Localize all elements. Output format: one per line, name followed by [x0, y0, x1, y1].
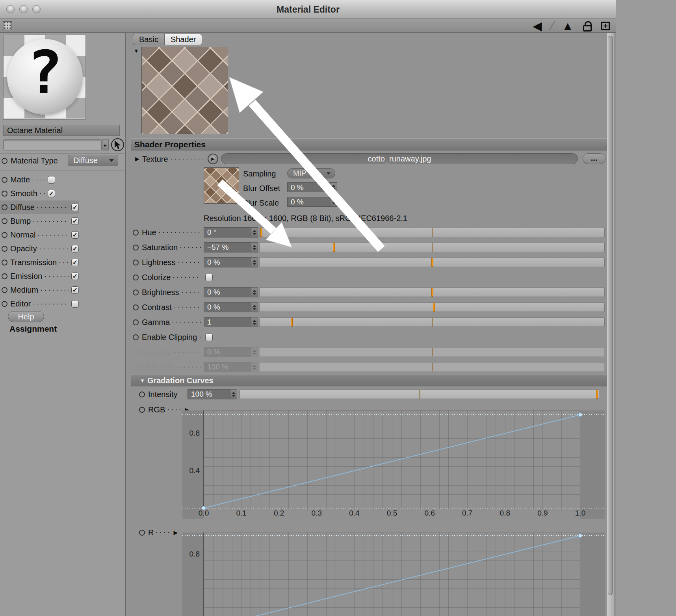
- param-radio[interactable]: [133, 260, 139, 265]
- channel-checkbox[interactable]: ✓: [71, 273, 79, 280]
- curve-point-end[interactable]: [579, 534, 582, 538]
- channel-checkbox[interactable]: ✓: [71, 204, 79, 211]
- channel-radio[interactable]: [2, 218, 7, 224]
- param-slider[interactable]: [259, 288, 605, 297]
- channel-checkbox[interactable]: ✓: [71, 259, 79, 266]
- channel-checkbox[interactable]: [48, 176, 55, 184]
- up-icon[interactable]: ▲: [562, 20, 574, 32]
- param-slider[interactable]: [259, 317, 605, 327]
- channel-checkbox[interactable]: [71, 300, 79, 308]
- channel-row[interactable]: Medium ✓: [0, 283, 79, 297]
- param-checkbox[interactable]: [205, 334, 213, 341]
- stepper[interactable]: [251, 258, 258, 267]
- param-checkbox[interactable]: [205, 274, 213, 281]
- channel-row[interactable]: Diffuse ✓: [0, 200, 79, 214]
- intensity-radio[interactable]: [139, 391, 145, 397]
- material-preview[interactable]: ?: [3, 35, 86, 120]
- channel-row[interactable]: Emission ✓: [0, 269, 79, 283]
- stepper[interactable]: [251, 288, 258, 297]
- channel-radio[interactable]: [2, 287, 7, 293]
- param-slider[interactable]: [259, 362, 605, 372]
- pick-material-button[interactable]: [111, 138, 124, 151]
- curve-point-end[interactable]: [579, 413, 582, 417]
- channel-checkbox[interactable]: ✓: [71, 217, 79, 225]
- blur-scale-field[interactable]: 0 %: [287, 197, 337, 207]
- param-radio[interactable]: [133, 304, 139, 310]
- channel-radio[interactable]: [2, 301, 7, 307]
- scrollbar-thumb[interactable]: [608, 36, 613, 595]
- param-value-field[interactable]: 0 %: [204, 347, 258, 357]
- texture-swatch-icon[interactable]: [3, 21, 12, 30]
- channel-radio[interactable]: [2, 204, 7, 210]
- name-expand-button[interactable]: ▸: [102, 139, 109, 150]
- channel-radio[interactable]: [2, 232, 7, 238]
- stepper[interactable]: [251, 228, 258, 237]
- stepper[interactable]: [251, 302, 258, 312]
- texture-thumbnail[interactable]: [204, 167, 239, 204]
- param-radio[interactable]: [133, 364, 139, 370]
- param-radio[interactable]: [133, 275, 139, 280]
- channel-row[interactable]: Normal ✓: [0, 228, 79, 242]
- param-radio[interactable]: [133, 289, 139, 295]
- channel-row[interactable]: Smooth ✓: [0, 187, 55, 200]
- param-radio[interactable]: [133, 230, 139, 236]
- texture-preview-large[interactable]: [141, 47, 228, 134]
- param-slider[interactable]: [259, 302, 605, 312]
- channel-radio[interactable]: [2, 260, 7, 265]
- tab-basic[interactable]: Basic: [133, 34, 164, 45]
- param-slider[interactable]: [259, 228, 605, 237]
- sampling-dropdown[interactable]: MIP: [287, 168, 335, 178]
- stepper[interactable]: [251, 317, 258, 327]
- stepper[interactable]: [330, 197, 337, 206]
- material-type-radio[interactable]: [2, 158, 7, 164]
- param-radio[interactable]: [133, 349, 139, 355]
- tab-shader[interactable]: Shader: [164, 34, 202, 45]
- channel-checkbox[interactable]: ✓: [71, 231, 79, 239]
- param-slider[interactable]: [259, 347, 605, 357]
- channel-row[interactable]: Opacity ✓: [0, 242, 79, 256]
- material-type-dropdown[interactable]: Diffuse: [68, 155, 118, 166]
- stepper[interactable]: [251, 347, 258, 357]
- channel-row[interactable]: Editor: [0, 297, 79, 311]
- param-radio[interactable]: [133, 319, 139, 325]
- channel-checkbox[interactable]: ✓: [71, 245, 79, 252]
- param-radio[interactable]: [133, 245, 139, 250]
- texture-link-button[interactable]: ▶: [208, 154, 218, 164]
- expand-icon[interactable]: ▶: [135, 156, 139, 162]
- channel-radio[interactable]: [2, 273, 7, 279]
- channel-checkbox[interactable]: ✓: [71, 286, 79, 294]
- expand-icon[interactable]: ▶: [173, 529, 178, 536]
- intensity-slider[interactable]: [240, 390, 599, 399]
- param-slider[interactable]: [259, 243, 605, 252]
- param-value-field[interactable]: 1: [204, 317, 258, 327]
- param-radio[interactable]: [133, 334, 139, 340]
- add-icon[interactable]: +: [601, 22, 610, 30]
- stepper[interactable]: [251, 243, 258, 252]
- param-value-field[interactable]: 100 %: [204, 362, 258, 372]
- param-value-field[interactable]: 0 %: [204, 302, 258, 312]
- channel-radio[interactable]: [2, 246, 7, 252]
- material-name-input[interactable]: [3, 139, 102, 150]
- r-radio[interactable]: [139, 530, 145, 536]
- texture-filename-field[interactable]: cotto_runaway.jpg: [221, 153, 578, 164]
- browse-button[interactable]: ...: [583, 153, 605, 164]
- help-button[interactable]: Help: [8, 311, 44, 322]
- intensity-field[interactable]: 100 %: [188, 389, 237, 399]
- lock-icon[interactable]: [583, 25, 592, 32]
- stepper[interactable]: [330, 183, 337, 192]
- gradation-curves-header[interactable]: ▼ Gradation Curves: [131, 375, 607, 386]
- vertical-scrollbar[interactable]: [607, 33, 614, 616]
- rgb-curve-graph[interactable]: 0.8 0.4 0.00.10.20.30.40.50.60.70.80.91.…: [182, 410, 605, 519]
- rgb-radio[interactable]: [139, 407, 145, 413]
- stepper[interactable]: [230, 390, 237, 399]
- param-slider[interactable]: [259, 258, 605, 267]
- channel-radio[interactable]: [2, 191, 7, 197]
- collapse-icon[interactable]: ▼: [134, 48, 139, 54]
- channel-row[interactable]: Matte: [0, 173, 55, 187]
- param-value-field[interactable]: −57 %: [204, 242, 258, 252]
- param-value-field[interactable]: 0 %: [204, 257, 258, 267]
- stepper[interactable]: [251, 362, 258, 372]
- param-value-field[interactable]: 0 %: [204, 287, 258, 297]
- param-value-field[interactable]: 0 °: [204, 227, 258, 237]
- channel-radio[interactable]: [2, 177, 7, 183]
